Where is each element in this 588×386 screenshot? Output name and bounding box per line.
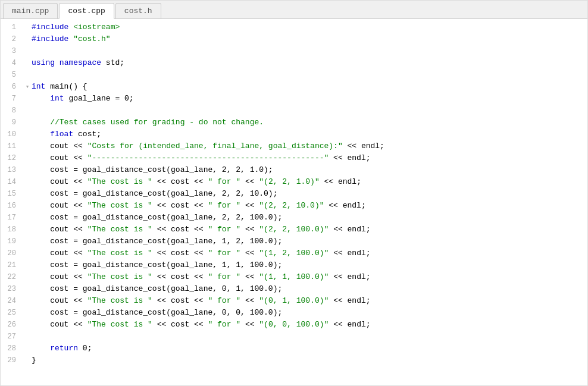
code-token: "(1, 1, 100.0)" [259,272,329,281]
tab-cost-cpp[interactable]: cost.cpp [59,3,114,19]
code-token: " for " [208,320,240,329]
code-token: cost = goal_distance_cost(goal_lane, 1, … [32,261,282,269]
line-number: 22 [1,271,23,283]
code-token: "The cost is " [87,296,152,305]
line-marker [23,93,32,105]
code-token: << cost << [152,225,208,234]
line-marker [23,164,32,176]
tab-cost-h[interactable]: cost.h [115,3,161,18]
line-number: 2 [1,33,23,45]
code-token: cost = goal_distance_cost(goal_lane, 1, … [32,237,282,246]
line-marker [23,307,32,319]
line-marker [23,295,32,307]
line-content: //Test cases used for grading - do not c… [32,117,587,128]
line-content [32,69,587,81]
tab-main-cpp[interactable]: main.cpp [3,3,58,18]
line-content: cout << "-------------------------------… [32,152,587,164]
code-line: 8 [1,105,587,117]
code-token: << endl; [343,142,384,150]
code-token: cost = goal_distance_cost(goal_lane, 2, … [32,213,282,222]
code-token: cout << [32,142,87,150]
code-token [55,58,60,67]
line-marker [23,236,32,247]
line-number: 16 [1,200,23,212]
line-number: 7 [1,93,23,105]
code-line: 26 cout << "The cost is " << cost << " f… [1,319,587,331]
code-token: goal_lane = 0; [64,94,134,103]
line-content: cost = goal_distance_cost(goal_lane, 2, … [32,212,587,224]
code-token: "The cost is " [87,272,152,281]
line-content: int goal_lane = 0; [32,93,587,105]
line-marker [23,283,32,295]
line-marker [23,176,32,188]
code-token: cost = goal_distance_cost(goal_lane, 0, … [32,284,282,293]
code-token: cout << [32,272,87,281]
line-number: 5 [1,69,23,81]
code-token: " for " [208,272,240,281]
line-marker: ▾ [23,81,32,93]
line-number: 29 [1,354,23,366]
code-token: " for " [208,177,240,186]
code-line: 21 cost = goal_distance_cost(goal_lane, … [1,259,587,271]
line-number: 12 [1,152,23,164]
code-token: << endl; [329,272,370,281]
code-token: namespace [60,58,101,67]
code-token: cost = goal_distance_cost(goal_lane, 2, … [32,189,277,198]
code-line: 13 cost = goal_distance_cost(goal_lane, … [1,164,587,176]
code-token: cost = goal_distance_cost(goal_lane, 2, … [32,165,273,174]
code-token: 0; [78,344,92,353]
code-line: 3 [1,45,587,57]
line-content [32,45,587,57]
code-token: "cost.h" [73,34,110,43]
code-token: << cost << [152,320,208,329]
line-number: 27 [1,331,23,343]
code-token: << endl; [329,320,370,329]
line-number: 10 [1,128,23,140]
line-content: cost = goal_distance_cost(goal_lane, 0, … [32,307,587,319]
code-token: cout << [32,177,87,186]
line-content: cout << "The cost is " << cost << " for … [32,224,587,236]
code-token [32,130,50,139]
line-number: 24 [1,295,23,307]
line-content [32,331,587,343]
code-token: << endl; [329,249,370,258]
code-token: << cost << [152,249,208,258]
code-token: cout << [32,225,87,234]
code-token: "The cost is " [87,320,152,329]
code-line: 6▾int main() { [1,81,587,93]
code-token: cout << [32,249,87,258]
code-token: << endl; [324,201,366,210]
code-token [32,344,50,353]
line-number: 25 [1,307,23,319]
code-token: float [50,130,73,139]
line-content: int main() { [32,81,587,93]
code-token: cout << [32,296,87,305]
code-token: "The cost is " [87,177,152,186]
line-number: 20 [1,247,23,259]
line-marker [23,45,32,57]
line-content: float cost; [32,128,587,140]
code-token: << endl; [329,296,370,305]
code-token [32,94,50,103]
code-token: << cost << [152,201,208,210]
code-token: cout << [32,320,87,329]
code-line: 4using namespace std; [1,57,587,69]
code-token: "(2, 2, 10.0)" [259,201,324,210]
line-content: #include <iostream> [32,21,587,33]
line-number: 15 [1,188,23,200]
code-token: << [240,249,259,258]
code-token: << cost << [152,177,208,186]
code-line: 10 float cost; [1,128,587,140]
code-token: cost = goal_distance_cost(goal_lane, 0, … [32,308,282,317]
code-token: " for " [208,296,240,305]
line-marker [23,117,32,128]
code-token: int [50,94,64,103]
code-line: 19 cost = goal_distance_cost(goal_lane, … [1,236,587,247]
line-number: 11 [1,140,23,152]
line-number: 28 [1,343,23,354]
code-line: 9 //Test cases used for grading - do not… [1,117,587,128]
line-content: cout << "The cost is " << cost << " for … [32,247,587,259]
editor-container: main.cpp cost.cpp cost.h 1#include <iost… [0,0,588,386]
code-token: using [32,58,55,67]
code-token: "The cost is " [87,201,152,210]
